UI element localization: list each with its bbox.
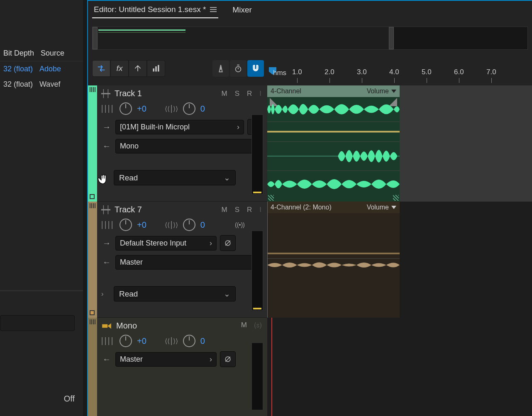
tab-editor[interactable]: Editor: Untitled Session 1.sesx *: [92, 2, 218, 18]
effect-slot[interactable]: [0, 315, 75, 331]
resize-handle-right[interactable]: [393, 195, 399, 201]
tab-mixer[interactable]: Mixer: [231, 2, 253, 18]
output-select[interactable]: Mono ›: [115, 139, 263, 153]
automation-label: Read: [119, 173, 138, 182]
waveform: [267, 171, 400, 197]
solo-button[interactable]: S: [235, 206, 239, 214]
mute-button[interactable]: M: [241, 321, 247, 331]
bus-name[interactable]: Mono: [116, 321, 237, 331]
fx-icon: fx: [117, 64, 123, 73]
pan-value[interactable]: 0: [200, 220, 205, 230]
clip-header[interactable]: 4-Channel Volume: [267, 85, 400, 97]
track-lane[interactable]: 4-Channel (2: Mono) Volume: [267, 202, 400, 318]
pan-value[interactable]: 0: [200, 336, 205, 346]
input-select[interactable]: Default Stereo Input ›: [115, 236, 217, 251]
eq-button[interactable]: [147, 60, 165, 77]
pan-knob[interactable]: [183, 102, 195, 115]
track-lane-empty[interactable]: [400, 202, 532, 318]
col-source[interactable]: Source: [37, 47, 68, 59]
track-lane[interactable]: 4-Channel Volume: [267, 85, 400, 202]
record-button[interactable]: R: [247, 90, 252, 98]
track-name[interactable]: Track 1: [115, 89, 217, 98]
chevron-right-icon: ›: [210, 239, 212, 248]
panel-divider[interactable]: [0, 290, 83, 291]
pan-knob[interactable]: [183, 335, 195, 347]
dropdown-triangle-icon[interactable]: [391, 90, 396, 93]
output-select[interactable]: Master ›: [115, 255, 263, 270]
effects-button[interactable]: fx: [110, 60, 129, 77]
inputs-outputs-button[interactable]: [92, 60, 110, 77]
pan-knob[interactable]: [183, 219, 195, 231]
file-row-source[interactable]: Wavef: [36, 78, 63, 90]
volume-value[interactable]: +0: [137, 336, 146, 346]
timer-button[interactable]: [230, 60, 246, 77]
sends-button[interactable]: [129, 60, 147, 77]
chevron-down-icon: ⌄: [224, 289, 230, 299]
phase-button[interactable]: [220, 351, 236, 367]
clip-property[interactable]: Volume: [367, 88, 389, 95]
volume-knob[interactable]: [120, 102, 132, 115]
panel-menu-icon[interactable]: [210, 7, 217, 12]
svg-rect-5: [267, 131, 400, 133]
ruler-tick: 3.0: [357, 68, 367, 76]
track-meter[interactable]: [251, 231, 263, 311]
track-meter[interactable]: [251, 114, 263, 195]
solo-button[interactable]: ⒮: [254, 321, 261, 331]
record-button[interactable]: R: [247, 206, 252, 214]
volume-knob[interactable]: [120, 219, 132, 231]
solo-button[interactable]: S: [235, 90, 239, 98]
grip-icon: [90, 319, 95, 324]
playhead-line[interactable]: [271, 318, 272, 416]
bus-lane[interactable]: [267, 318, 532, 416]
automation-select[interactable]: Read ⌄: [114, 170, 236, 185]
output-arrow-icon: ←: [101, 258, 112, 267]
automation-select[interactable]: Read ⌄: [114, 286, 236, 302]
pan-icon: ⟨⟨⎮⟩⟩: [165, 105, 178, 113]
mute-button[interactable]: M: [221, 206, 227, 214]
overview-waveform: [98, 32, 185, 33]
phase-button[interactable]: [220, 235, 236, 251]
file-row-bitdepth[interactable]: 32 (float): [0, 78, 36, 90]
pan-value[interactable]: 0: [200, 104, 205, 114]
output-arrow-icon: ←: [101, 355, 112, 364]
track-color-strip[interactable]: [88, 318, 97, 416]
resize-handle-left[interactable]: [268, 195, 274, 201]
file-row-source[interactable]: Adobe: [36, 63, 64, 75]
mute-button[interactable]: M: [221, 90, 227, 98]
col-bit-depth[interactable]: Bit Depth: [0, 47, 37, 59]
snap-button[interactable]: [247, 60, 264, 77]
track-selector[interactable]: [90, 310, 95, 315]
overview-handle-left[interactable]: [93, 27, 98, 49]
overview-handle-right[interactable]: [389, 27, 394, 49]
mono-sum-button[interactable]: ((•)): [234, 219, 246, 231]
track-color-strip[interactable]: [88, 85, 97, 202]
overview-navigator[interactable]: [92, 27, 528, 50]
volume-value[interactable]: +0: [137, 220, 146, 230]
chevron-right-icon: ›: [210, 355, 212, 364]
ruler-tick: 2.0: [325, 68, 334, 76]
volume-value[interactable]: +0: [137, 104, 146, 114]
track-color-strip[interactable]: [88, 202, 97, 318]
volume-knob[interactable]: [120, 335, 132, 347]
editor-panel: Editor: Untitled Session 1.sesx * Mixer …: [87, 0, 532, 416]
expand-chevron-icon[interactable]: ›: [101, 290, 110, 298]
chevron-down-icon: ⌄: [224, 173, 230, 182]
bus-meter[interactable]: [251, 343, 263, 410]
hand-cursor-icon: [97, 173, 110, 189]
file-row-bitdepth[interactable]: 32 (float): [0, 63, 36, 75]
track-lane-empty[interactable]: [400, 85, 532, 202]
track-row: ┿┿ Track 7 M S R I ⎢⎢⎢⎢ +0 ⟨⟨⎮⟩⟩: [88, 202, 532, 318]
monitor-button[interactable]: I: [259, 90, 261, 98]
timeline-ruler[interactable]: hms 1.0 2.0 3.0 4.0 5.0 6.0 7.0: [267, 67, 532, 85]
input-select[interactable]: [01M] Built-in Micropl ›: [115, 120, 244, 134]
off-label[interactable]: Off: [64, 394, 75, 404]
track-name[interactable]: Track 7: [115, 205, 217, 214]
output-select[interactable]: Master ›: [115, 352, 217, 367]
monitor-button[interactable]: I: [259, 206, 261, 214]
volume-icon: ⎢⎢⎢⎢: [101, 105, 115, 113]
metronome-button[interactable]: [212, 60, 229, 77]
ruler-tick: 4.0: [389, 68, 399, 76]
track-selector[interactable]: [90, 194, 95, 199]
tracks-area: ┿┿ Track 1 M S R I ⎢⎢⎢⎢ +0 ⟨⟨⎮⟩⟩: [88, 85, 532, 416]
overview-waveform: [98, 29, 185, 31]
